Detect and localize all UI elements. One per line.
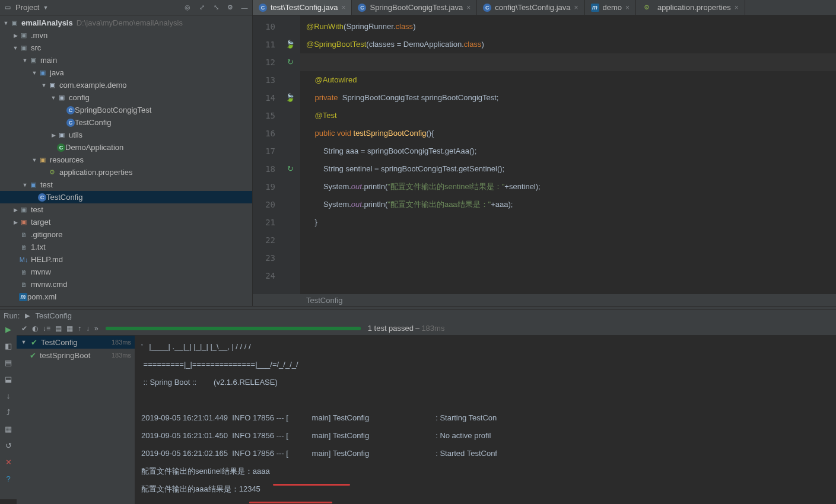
expand-icon[interactable]: ▶ <box>12 219 19 225</box>
filter-icon[interactable]: ◐ <box>32 324 38 333</box>
tree-item[interactable]: ▼▣config <box>0 91 252 104</box>
test-item[interactable]: ✔testSpringBoot183ms <box>17 349 135 362</box>
project-title: Project <box>15 3 39 12</box>
editor-tab[interactable]: mdemo× <box>585 0 637 15</box>
file-icon: 🗎 <box>19 243 28 252</box>
tree-item[interactable]: CDemoApplication <box>0 141 252 154</box>
tab-label: application.properties <box>657 3 731 12</box>
tree-item[interactable]: CSpringBootCongigTest <box>0 104 252 116</box>
expand-icon[interactable]: ▶ <box>12 33 19 39</box>
sort-icon[interactable]: ↓≡ <box>43 324 50 333</box>
tree-item[interactable]: ▶▣target <box>0 216 252 228</box>
expand-all-icon[interactable]: ⤢ <box>198 4 206 12</box>
hide-icon[interactable]: — <box>240 4 249 12</box>
project-root[interactable]: ▼ ▣ emailAnalysis D:\java\myDemo\emailAn… <box>0 17 252 29</box>
select-opened-icon[interactable]: ◎ <box>183 4 192 12</box>
folder-icon: ▣ <box>9 18 19 28</box>
class-icon: C <box>483 4 491 12</box>
tree-item[interactable]: ▼▣test <box>0 178 252 191</box>
tree-item[interactable]: ▶▣utils <box>0 129 252 141</box>
stop-button[interactable]: ✕ <box>3 457 14 467</box>
run-tool-header: Run: ▶ TestConfig <box>0 310 836 321</box>
editor-tab[interactable]: Cconfig\TestConfig.java× <box>477 0 584 15</box>
class-icon: C <box>38 193 46 202</box>
gear-icon[interactable]: ⚙ <box>226 4 234 12</box>
collapse-icon[interactable]: ▦ <box>66 324 73 333</box>
editor-tab[interactable]: ⚙application.properties× <box>636 0 745 15</box>
tree-item[interactable]: ▼▣main <box>0 54 252 66</box>
tree-item[interactable]: ▶▣test <box>0 203 252 216</box>
tree-item[interactable]: M↓HELP.md <box>0 253 252 266</box>
tab-label: config\TestConfig.java <box>495 3 570 12</box>
layout-button[interactable]: ▤ <box>3 357 14 368</box>
tree-item[interactable]: 🗎1.txt <box>0 241 252 253</box>
editor-tab[interactable]: Ctest\TestConfig.java× <box>253 0 352 15</box>
tree-item[interactable]: 🗎.gitignore <box>0 228 252 241</box>
history-button[interactable]: ↺ <box>3 440 14 451</box>
expand-icon[interactable]: ▼ <box>21 58 28 63</box>
close-tab-icon[interactable]: × <box>574 4 578 12</box>
export-button[interactable]: ⤴ <box>3 407 14 417</box>
tree-item-label: application.properties <box>59 168 133 177</box>
tree-item-label: utils <box>69 130 82 139</box>
close-tab-icon[interactable]: × <box>466 4 471 12</box>
expand-icon[interactable]: ▶ <box>12 207 19 213</box>
folder-icon: ▣ <box>57 130 66 140</box>
folder-icon: ▣ <box>38 68 47 78</box>
folder-icon: ▣ <box>19 218 28 227</box>
tree-item[interactable]: ▼▣com.example.demo <box>0 79 252 91</box>
file-icon: 🗎 <box>19 267 28 277</box>
tree-item[interactable]: CTestConfig <box>0 191 252 203</box>
expand-icon[interactable]: ▼ <box>50 95 57 101</box>
console-output[interactable]: ' |____| .__|_| |_|_| |_\__, | / / / / =… <box>135 336 836 504</box>
project-tree[interactable]: ▼ ▣ emailAnalysis D:\java\myDemo\emailAn… <box>0 15 252 306</box>
tree-item-label: src <box>31 43 41 52</box>
tree-item[interactable]: ▼▣src <box>0 42 252 54</box>
tree-item[interactable]: CTestConfig <box>0 116 252 129</box>
rerun-button[interactable]: ▶ <box>3 324 14 334</box>
tree-item[interactable]: 🗎mvnw.cmd <box>0 278 252 291</box>
tree-item[interactable]: mpom.xml <box>0 291 252 303</box>
expand-icon[interactable]: ▶ <box>50 132 57 138</box>
tree-item[interactable]: ▼▣resources <box>0 154 252 166</box>
collapse-all-icon[interactable]: ⤡ <box>212 4 220 12</box>
test-item[interactable]: ▼✔TestConfig183ms <box>17 336 135 349</box>
editor-pane: Ctest\TestConfig.java×CSpringBootCongigT… <box>253 0 836 306</box>
tree-item-label: TestConfig <box>75 118 111 127</box>
help-button[interactable]: ? <box>3 473 14 484</box>
close-tab-icon[interactable]: × <box>341 4 345 12</box>
expand-icon[interactable]: ▼ <box>12 45 19 51</box>
tree-item[interactable]: 🗎mvnw <box>0 266 252 278</box>
expand-icon[interactable]: ▼ <box>31 157 38 163</box>
expand-icon[interactable]: ▼ <box>40 82 47 88</box>
runnable-class-icon: C <box>57 143 65 152</box>
tree-item-label: pom.xml <box>27 292 56 301</box>
breadcrumbs[interactable]: TestConfig <box>253 294 836 306</box>
close-tab-icon[interactable]: × <box>625 4 630 12</box>
properties-icon: ⚙ <box>642 3 651 12</box>
code-editor[interactable]: @RunWith(SpringRunner.class)@SpringBootT… <box>300 15 836 294</box>
settings-button[interactable]: ▦ <box>3 423 14 434</box>
tree-item[interactable]: ⚙application.properties <box>0 166 252 178</box>
expand-icon[interactable]: ▼ <box>31 70 38 76</box>
gutter-icons: 🍃↻🍃↻ <box>280 15 300 294</box>
more-icon[interactable]: » <box>94 324 98 333</box>
folder-icon: ▣ <box>28 56 38 65</box>
folder-icon: ▣ <box>28 180 38 190</box>
test-tree[interactable]: ▼✔TestConfig183ms✔testSpringBoot183ms <box>17 336 135 504</box>
dropdown-icon[interactable]: ▼ <box>43 5 48 11</box>
test-name: TestConfig <box>41 338 77 347</box>
tree-item-label: .mvn <box>31 31 47 40</box>
pin-button[interactable]: ⬓ <box>3 374 14 384</box>
tree-item[interactable]: ▼▣java <box>0 66 252 79</box>
editor-tab[interactable]: CSpringBootCongigTest.java× <box>352 0 477 15</box>
expand-icon[interactable]: ▤ <box>55 324 62 333</box>
close-tab-icon[interactable]: × <box>735 4 739 12</box>
passed-icon[interactable]: ✔ <box>21 324 27 333</box>
down-button[interactable]: ↓ <box>3 390 14 401</box>
prev-icon[interactable]: ↑ <box>78 324 81 333</box>
tree-item[interactable]: ▶▣.mvn <box>0 29 252 42</box>
toggle-button[interactable]: ◧ <box>3 340 14 351</box>
next-icon[interactable]: ↓ <box>86 324 90 333</box>
expand-icon[interactable]: ▼ <box>21 182 28 188</box>
